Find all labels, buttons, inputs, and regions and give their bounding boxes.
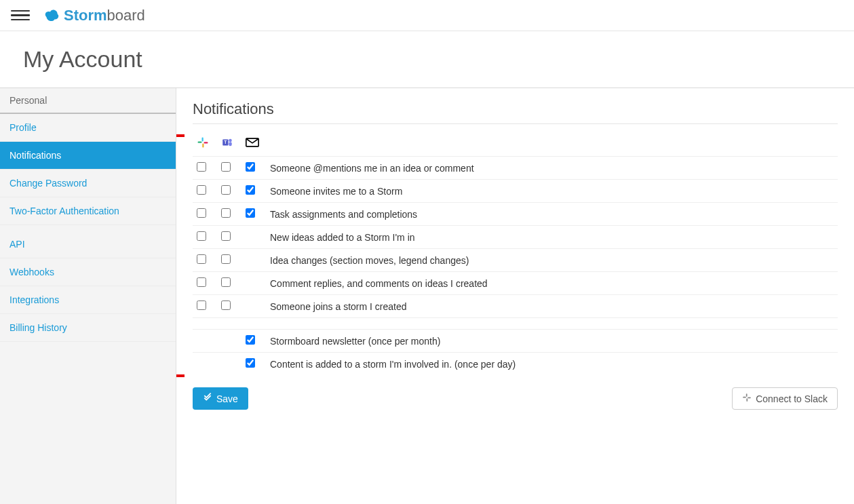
sidebar: Personal Profile Notifications Change Pa… xyxy=(0,88,176,504)
notification-label: New ideas added to a Storm I'm in xyxy=(266,226,838,249)
notification-label: Someone @mentions me in an idea or comme… xyxy=(266,157,838,180)
sidebar-item-change-password[interactable]: Change Password xyxy=(0,170,176,197)
sidebar-item-api[interactable]: API xyxy=(0,231,176,258)
checkbox-slack[interactable] xyxy=(197,208,206,218)
svg-rect-2 xyxy=(202,144,203,148)
sidebar-item-two-factor[interactable]: Two-Factor Authentication xyxy=(0,197,176,225)
checkbox-email[interactable] xyxy=(246,162,255,172)
notifications-table: T Someone @mentions me in an idea or com… xyxy=(193,131,838,375)
svg-point-6 xyxy=(229,139,232,142)
table-row: Idea changes (section moves, legend chan… xyxy=(193,249,838,272)
table-row: Task assignments and completions xyxy=(193,203,838,226)
sidebar-item-integrations[interactable]: Integrations xyxy=(0,286,176,314)
menu-icon[interactable] xyxy=(11,6,30,25)
connect-slack-label: Connect to Slack xyxy=(756,393,828,404)
slack-icon xyxy=(197,136,209,151)
sidebar-item-webhooks[interactable]: Webhooks xyxy=(0,258,176,286)
notification-label: Someone invites me to a Storm xyxy=(266,180,838,203)
table-row: Someone joins a storm I created xyxy=(193,295,838,318)
checkbox-teams[interactable] xyxy=(221,231,231,241)
checkbox-email[interactable] xyxy=(246,358,255,368)
svg-rect-7 xyxy=(229,142,232,146)
table-row: Someone invites me to a Storm xyxy=(193,180,838,203)
topbar: Stormboard xyxy=(0,0,854,31)
table-row: Stormboard newsletter (once per month) xyxy=(193,330,838,353)
notification-label: Stormboard newsletter (once per month) xyxy=(266,330,838,353)
page-header: My Account xyxy=(0,31,854,88)
page-title: My Account xyxy=(23,46,142,73)
sidebar-item-profile[interactable]: Profile xyxy=(0,114,176,142)
checkbox-slack[interactable] xyxy=(197,254,206,264)
save-button[interactable]: Save xyxy=(193,387,248,410)
checkbox-slack[interactable] xyxy=(197,231,206,241)
sidebar-item-notifications[interactable]: Notifications xyxy=(0,142,176,170)
checkbox-teams[interactable] xyxy=(221,301,231,310)
logo-mark-icon xyxy=(42,7,60,24)
svg-rect-10 xyxy=(743,397,746,398)
section-title: Notifications xyxy=(193,100,838,124)
checkbox-slack[interactable] xyxy=(197,277,206,287)
checkbox-teams[interactable] xyxy=(221,162,231,172)
notification-label: Task assignments and completions xyxy=(266,203,838,226)
check-icon xyxy=(203,393,212,404)
brand-text-2: board xyxy=(107,7,145,24)
notification-label: Idea changes (section moves, legend chan… xyxy=(266,249,838,272)
table-row: Someone @mentions me in an idea or comme… xyxy=(193,157,838,180)
sidebar-section-label: Personal xyxy=(0,88,176,114)
checkbox-email[interactable] xyxy=(246,185,255,195)
annotation-bracket xyxy=(176,134,185,377)
notification-label: Comment replies, and comments on ideas I… xyxy=(266,272,838,295)
brand-text-1: Storm xyxy=(64,7,107,24)
teams-icon: T xyxy=(221,136,233,151)
save-button-label: Save xyxy=(216,393,238,404)
notification-label: Content is added to a storm I'm involved… xyxy=(266,353,838,376)
table-row: New ideas added to a Storm I'm in xyxy=(193,226,838,249)
checkbox-teams[interactable] xyxy=(221,208,231,218)
checkbox-email[interactable] xyxy=(246,208,255,218)
table-row: Content is added to a storm I'm involved… xyxy=(193,353,838,376)
sidebar-item-billing[interactable]: Billing History xyxy=(0,314,176,342)
checkbox-teams[interactable] xyxy=(221,185,231,195)
checkbox-slack[interactable] xyxy=(197,162,206,172)
svg-rect-12 xyxy=(748,397,751,398)
svg-rect-1 xyxy=(198,142,202,143)
action-row: Save Connect to Slack xyxy=(193,387,838,410)
logo[interactable]: Stormboard xyxy=(42,7,145,24)
email-icon xyxy=(246,138,259,149)
table-spacer xyxy=(193,318,838,330)
connect-slack-button[interactable]: Connect to Slack xyxy=(732,387,838,410)
checkbox-email[interactable] xyxy=(246,335,255,345)
svg-rect-3 xyxy=(204,142,208,143)
table-row: Comment replies, and comments on ideas I… xyxy=(193,272,838,295)
table-header-row: T xyxy=(193,131,838,157)
checkbox-slack[interactable] xyxy=(197,185,206,195)
notification-label: Someone joins a storm I created xyxy=(266,295,838,318)
checkbox-teams[interactable] xyxy=(221,254,231,264)
checkbox-teams[interactable] xyxy=(221,277,231,287)
svg-rect-11 xyxy=(747,398,748,402)
checkbox-slack[interactable] xyxy=(197,301,206,310)
slack-icon xyxy=(742,393,752,404)
svg-rect-0 xyxy=(202,138,203,142)
svg-rect-9 xyxy=(746,393,748,397)
main-content: Notifications T xyxy=(176,88,854,504)
